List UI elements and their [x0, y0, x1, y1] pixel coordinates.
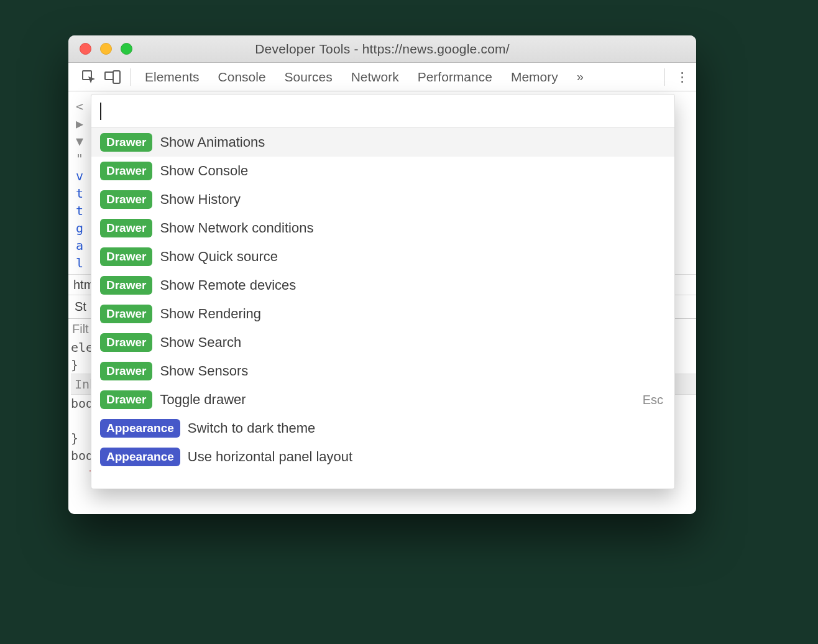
- command-label: Show Animations: [160, 134, 265, 150]
- command-menu: DrawerShow AnimationsDrawerShow ConsoleD…: [91, 94, 675, 489]
- command-category-badge: Drawer: [100, 390, 152, 409]
- tab-memory[interactable]: Memory: [511, 70, 558, 85]
- command-label: Show Rendering: [160, 306, 261, 322]
- command-shortcut: Esc: [643, 393, 663, 407]
- overflow-tabs-icon[interactable]: »: [577, 70, 584, 84]
- command-label: Toggle drawer: [160, 392, 246, 408]
- command-menu-item[interactable]: DrawerShow Quick source: [91, 242, 674, 271]
- panel-tabs: Elements Console Sources Network Perform…: [140, 70, 656, 85]
- titlebar: Developer Tools - https://news.google.co…: [68, 35, 696, 63]
- inspect-element-icon[interactable]: [80, 68, 98, 86]
- command-category-badge: Drawer: [100, 276, 152, 295]
- panel-body: < ▶ ▼ " v t t g a l htm St Filt ele: [68, 91, 696, 514]
- command-menu-item[interactable]: DrawerShow Animations: [91, 128, 674, 157]
- command-label: Show Sensors: [160, 363, 248, 379]
- command-category-badge: Drawer: [100, 333, 152, 352]
- command-category-badge: Drawer: [100, 162, 152, 180]
- command-menu-item[interactable]: DrawerShow Rendering: [91, 300, 674, 328]
- tab-performance[interactable]: Performance: [418, 70, 492, 85]
- selector: bod: [71, 396, 93, 411]
- zoom-button[interactable]: [121, 43, 132, 55]
- command-label: Show Network conditions: [160, 220, 313, 236]
- selector: bod: [71, 448, 93, 463]
- toolbar: Elements Console Sources Network Perform…: [68, 63, 696, 91]
- command-menu-item[interactable]: DrawerShow Remote devices: [91, 271, 674, 300]
- command-label: Show Search: [160, 334, 241, 351]
- tab-console[interactable]: Console: [218, 70, 266, 85]
- command-menu-item[interactable]: DrawerToggle drawerEsc: [91, 385, 674, 414]
- command-menu-item[interactable]: DrawerShow Search: [91, 328, 674, 357]
- command-category-badge: Drawer: [100, 247, 152, 266]
- divider: [664, 68, 665, 86]
- command-menu-list: DrawerShow AnimationsDrawerShow ConsoleD…: [91, 128, 674, 471]
- command-category-badge: Drawer: [100, 190, 152, 209]
- devtools-window: Developer Tools - https://news.google.co…: [68, 35, 696, 514]
- command-label: Show History: [160, 191, 241, 208]
- command-label: Show Remote devices: [160, 277, 296, 293]
- brace: }: [71, 431, 78, 446]
- svg-rect-2: [113, 71, 120, 83]
- command-menu-item[interactable]: AppearanceSwitch to dark theme: [91, 414, 674, 443]
- styles-tab-label: St: [75, 300, 86, 314]
- tab-sources[interactable]: Sources: [285, 70, 333, 85]
- close-button[interactable]: [80, 43, 91, 55]
- command-menu-item[interactable]: DrawerShow Network conditions: [91, 214, 674, 242]
- command-menu-item[interactable]: AppearanceUse horizontal panel layout: [91, 443, 674, 471]
- settings-menu-icon[interactable]: ⋮: [674, 70, 690, 85]
- command-category-badge: Drawer: [100, 219, 152, 237]
- brace: }: [71, 357, 78, 372]
- command-menu-item[interactable]: DrawerShow Console: [91, 157, 674, 185]
- command-label: Show Quick source: [160, 249, 278, 265]
- command-category-badge: Drawer: [100, 133, 152, 152]
- filter-label: Filt: [72, 322, 89, 336]
- command-category-badge: Appearance: [100, 419, 180, 438]
- command-label: Use horizontal panel layout: [188, 449, 352, 465]
- command-menu-input[interactable]: [91, 94, 674, 128]
- command-menu-item[interactable]: DrawerShow History: [91, 185, 674, 214]
- selector: ele: [71, 340, 93, 355]
- command-menu-item[interactable]: DrawerShow Sensors: [91, 357, 674, 385]
- command-category-badge: Appearance: [100, 448, 180, 466]
- device-toolbar-icon[interactable]: [103, 68, 122, 86]
- tab-network[interactable]: Network: [351, 70, 399, 85]
- window-title: Developer Tools - https://news.google.co…: [68, 42, 696, 57]
- tab-elements[interactable]: Elements: [145, 70, 200, 85]
- divider: [131, 68, 131, 86]
- command-label: Show Console: [160, 163, 248, 179]
- command-category-badge: Drawer: [100, 362, 152, 380]
- minimize-button[interactable]: [100, 43, 112, 55]
- text-cursor-icon: [100, 103, 101, 120]
- command-category-badge: Drawer: [100, 305, 152, 323]
- command-label: Switch to dark theme: [188, 420, 315, 436]
- window-controls: [80, 43, 132, 55]
